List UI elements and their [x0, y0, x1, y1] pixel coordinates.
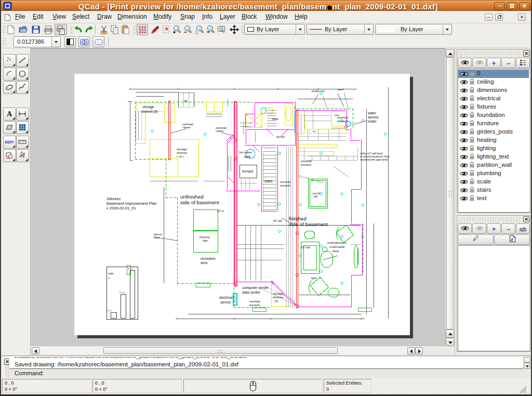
- svg-text:ceiling 1/2" wall board: ceiling 1/2" wall board: [360, 152, 383, 155]
- svg-text:I-beam: I-beam: [182, 126, 191, 129]
- svg-text:service: service: [368, 115, 379, 119]
- svg-text:laundry: laundry: [276, 135, 285, 138]
- svg-text:keylight strip: keylight strip: [312, 90, 325, 93]
- svg-text:6'8" dr: 6'8" dr: [217, 210, 224, 213]
- svg-text:storage: storage: [273, 292, 284, 295]
- svg-text:5' x 4': 5' x 4': [119, 291, 125, 294]
- svg-text:4x8: 4x8: [314, 195, 318, 198]
- svg-text:unfinished: unfinished: [180, 194, 204, 200]
- svg-text:bath: bath: [272, 117, 278, 121]
- svg-text:storage: storage: [143, 105, 154, 109]
- svg-text:water: water: [367, 111, 377, 115]
- svg-text:overhead: overhead: [249, 300, 260, 303]
- svg-text:fridge: fridge: [334, 114, 340, 116]
- svg-text:entertainment: entertainment: [327, 241, 347, 244]
- svg-text:area: area: [201, 261, 207, 265]
- svg-text:Zahorec: Zahorec: [107, 196, 121, 201]
- svg-text:ductwork: ductwork: [301, 163, 312, 166]
- svg-text:data center: data center: [242, 291, 261, 294]
- svg-text:bar: bar: [313, 130, 316, 133]
- svg-text:storage: storage: [177, 148, 188, 151]
- svg-text:recreation: recreation: [201, 257, 216, 260]
- svg-text:bath w/l: bath w/l: [154, 233, 162, 236]
- svg-text:future: future: [154, 236, 160, 239]
- svg-text:EDIT: EDIT: [5, 140, 14, 144]
- svg-text:shelves: shelves: [273, 296, 283, 299]
- svg-text:hot water: hot water: [239, 150, 252, 154]
- svg-text:multimedia: multimedia: [329, 245, 345, 248]
- svg-text:( x2 ): ( x2 ): [177, 155, 184, 158]
- svg-text:tank: tank: [244, 155, 251, 159]
- svg-text:w/ textured broadroom finish: w/ textured broadroom finish: [360, 155, 390, 158]
- svg-text:shelves: shelves: [177, 151, 187, 154]
- svg-text:ping pong: ping pong: [200, 236, 210, 239]
- svg-text:ductwork: ductwork: [280, 184, 291, 187]
- svg-text:8' x 7': 8' x 7': [128, 268, 134, 270]
- svg-text:side of basement: side of basement: [180, 200, 219, 205]
- svg-text:furnace: furnace: [242, 169, 254, 173]
- svg-text:shelves (5): shelves (5): [141, 110, 158, 114]
- svg-text:finished: finished: [289, 216, 307, 221]
- svg-text:electrical: electrical: [219, 296, 233, 299]
- svg-text:I-beam: I-beam: [216, 129, 224, 133]
- svg-text:ductwork: ductwork: [337, 120, 348, 123]
- svg-text:A: A: [7, 110, 12, 118]
- svg-text:6'6" wall: 6'6" wall: [273, 220, 282, 222]
- svg-text:ductwork: ductwork: [249, 303, 260, 307]
- svg-text:overhead: overhead: [301, 160, 312, 163]
- svg-text:computer server: computer server: [242, 286, 269, 290]
- svg-text:side of basement: side of basement: [289, 221, 328, 227]
- svg-text:panel: panel: [338, 88, 343, 91]
- svg-text:v 2009-02-01_01: v 2009-02-01_01: [107, 206, 136, 210]
- svg-text:area: area: [332, 249, 339, 253]
- svg-text:scale: scale: [108, 272, 114, 275]
- svg-text:lights: lights: [311, 277, 317, 280]
- svg-text:pool tbl: pool tbl: [313, 192, 321, 195]
- svg-text:overhead: overhead: [280, 180, 291, 183]
- svg-text:stairs: stairs: [264, 179, 273, 183]
- svg-text:table: table: [203, 240, 208, 242]
- svg-text:1' x 1': 1' x 1': [107, 309, 113, 312]
- svg-text:service: service: [220, 300, 231, 304]
- svg-text:(2): (2): [274, 299, 278, 302]
- svg-text:meter: meter: [368, 120, 377, 123]
- svg-text:machined with upper lands: machined with upper lands: [360, 159, 388, 161]
- svg-text:6'6" wall: 6'6" wall: [301, 246, 310, 249]
- svg-text:dirt: dirt: [184, 99, 188, 102]
- svg-text:Basement Improvement Plan: Basement Improvement Plan: [107, 201, 157, 206]
